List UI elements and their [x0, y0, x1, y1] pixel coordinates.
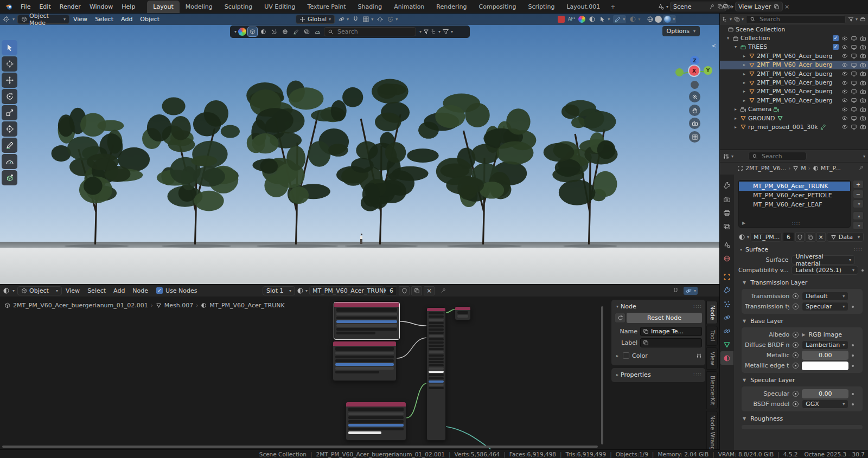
driver-decorator[interactable] — [793, 304, 799, 309]
tab-node[interactable]: Node — [706, 301, 718, 324]
vp-menu-view[interactable]: View — [69, 16, 91, 23]
outliner-row-collection[interactable]: ▾ Collection ✓ — [720, 34, 868, 42]
viewport-visibility-icon[interactable] — [851, 35, 857, 42]
material-users-badge[interactable]: 6 — [783, 232, 794, 242]
menu-render[interactable]: Render — [55, 3, 85, 10]
shader-editor[interactable]: ▾ Object▾ View Select Add Node ✓ Use Nod… — [0, 285, 719, 449]
slot-specials-button[interactable]: ▾ — [853, 199, 864, 208]
bk-history-icon[interactable]: ▾ — [419, 29, 422, 34]
viewport-visibility-icon[interactable] — [851, 44, 857, 50]
outliner-row-scene-collection[interactable]: Scene Collection — [720, 25, 868, 34]
data-source-dropdown[interactable]: Data▾ — [827, 232, 864, 242]
transmission-dropdown[interactable]: Default▾ — [802, 292, 848, 301]
bk-category-scene-icon[interactable] — [291, 27, 301, 36]
surface-dropdown[interactable]: Universal material▾ — [792, 255, 855, 265]
vp-menu-add[interactable]: Add — [117, 16, 136, 23]
expand-icon[interactable]: ▸ — [742, 54, 747, 59]
gizmo-z-axis[interactable]: Z — [690, 56, 699, 65]
view-layer-remove-icon[interactable]: × — [784, 3, 789, 10]
tool-move[interactable] — [2, 73, 17, 88]
driver-decorator[interactable] — [793, 391, 799, 397]
gizmo-x-axis[interactable]: X — [689, 66, 699, 76]
keyframe-dot[interactable] — [852, 403, 854, 405]
eye-icon[interactable] — [841, 53, 848, 59]
include-checkbox[interactable]: ✓ — [833, 44, 839, 50]
menu-window[interactable]: Window — [85, 3, 117, 10]
tab-uv-editing[interactable]: UV Editing — [258, 1, 301, 13]
driver-decorator[interactable] — [793, 293, 799, 299]
include-checkbox[interactable]: ✓ — [833, 35, 839, 41]
tool-rotate[interactable] — [2, 89, 17, 104]
tab-layout[interactable]: Layout — [147, 1, 179, 13]
zoom-button[interactable] — [689, 91, 700, 102]
reset-node-button[interactable]: Reset Node — [627, 313, 702, 323]
node-image-texture-3[interactable] — [346, 402, 406, 441]
tool-scale[interactable] — [2, 105, 17, 120]
tab-tool[interactable] — [720, 179, 733, 192]
roughness-header[interactable]: ▼Roughness — [734, 414, 868, 423]
render-visibility-icon[interactable] — [860, 97, 866, 104]
material-slot-trunk[interactable]: MT_PM_V60_Acer_TRUNK — [739, 182, 850, 191]
keyframe-dot[interactable] — [852, 354, 854, 357]
orientation-dropdown[interactable]: Global▾ — [296, 15, 335, 24]
node-section-header[interactable]: ▾Node:::: — [615, 302, 702, 311]
move-slot-up-button[interactable]: ▴ — [853, 211, 864, 220]
gizmos-dropdown[interactable]: ▾ — [599, 16, 610, 23]
properties-section-header[interactable]: ▸Properties:::: — [615, 370, 702, 379]
base-layer-header[interactable]: ▼Base Layer — [734, 316, 868, 326]
snap-magnet-toggle[interactable] — [352, 16, 359, 23]
edge-tint-color-swatch[interactable] — [802, 362, 848, 370]
add-workspace-button[interactable]: + — [606, 1, 620, 13]
menu-file[interactable]: File — [16, 3, 35, 10]
bk-filter-button[interactable]: ▾ — [442, 28, 453, 35]
keyframe-dot[interactable] — [861, 269, 864, 272]
render-visibility-icon[interactable] — [860, 44, 866, 50]
scene-browse-button[interactable]: ▾ — [658, 3, 668, 10]
expand-icon[interactable]: ▸ — [733, 116, 738, 121]
sidebar-collapse-arrow[interactable]: < — [712, 43, 716, 49]
new-material-button[interactable] — [806, 232, 815, 242]
add-slot-button[interactable]: + — [853, 180, 864, 189]
outliner-filter-button[interactable]: ▾ — [848, 16, 858, 22]
driver-decorator[interactable] — [793, 352, 799, 358]
material-slot-petiole[interactable]: MT_PM_V60_Acer_PETIOLE — [739, 191, 850, 200]
blenderkit-logo-icon[interactable] — [238, 28, 246, 36]
tab-modeling[interactable]: Modeling — [180, 1, 219, 13]
driver-decorator[interactable] — [793, 332, 799, 338]
tool-transform[interactable] — [2, 121, 17, 137]
shading-rendered-button[interactable]: ▾ — [663, 15, 676, 23]
expand-icon[interactable]: ▸ — [742, 89, 747, 94]
outliner-row-tree-object[interactable]: ▸ 2MT_PM_V60_Acer_buerg — [720, 69, 868, 78]
proportional-edit-toggle[interactable] — [376, 16, 384, 23]
outliner-search-input[interactable] — [758, 15, 842, 23]
expand-icon[interactable]: ▸ — [615, 353, 620, 358]
eye-icon[interactable] — [841, 70, 848, 77]
tab-scene[interactable] — [720, 238, 733, 251]
tab-view[interactable]: View — [706, 347, 718, 370]
options-button[interactable]: Options▾ — [662, 26, 700, 36]
eye-icon[interactable] — [841, 124, 848, 130]
eye-icon[interactable] — [841, 44, 848, 50]
expand-icon[interactable]: ▸ — [742, 98, 747, 103]
bk-category-material-icon[interactable] — [259, 27, 268, 36]
eye-icon[interactable] — [841, 97, 848, 104]
viewport-visibility-icon[interactable] — [851, 97, 857, 104]
properties-editor-type-button[interactable]: ▾ — [723, 153, 733, 160]
mode-dropdown[interactable]: Object Mode▾ — [17, 15, 69, 24]
h-scrollbar[interactable] — [2, 446, 598, 448]
tool-add-cube[interactable] — [2, 170, 17, 185]
shading-wireframe-button[interactable] — [647, 16, 654, 23]
eye-icon[interactable] — [841, 80, 848, 86]
specular-layer-header[interactable]: ▼Specular Layer — [734, 375, 868, 385]
tab-layout-001[interactable]: Layout.001 — [560, 1, 606, 13]
outliner-row-tree-object[interactable]: ▸ 2MT_PM_V60_Acer_buerg — [720, 78, 868, 87]
tab-particles[interactable] — [720, 297, 733, 311]
xray-toggle[interactable]: ▾ — [629, 16, 640, 23]
tool-measure[interactable] — [2, 154, 17, 169]
ortho-toggle-button[interactable] — [689, 131, 700, 143]
render-visibility-icon[interactable] — [860, 124, 866, 130]
bk-hierarchy-button[interactable]: ▾ — [431, 29, 441, 35]
node-label-field[interactable] — [640, 338, 702, 347]
tab-shading[interactable]: Shading — [352, 1, 388, 13]
tab-material[interactable] — [720, 351, 733, 365]
